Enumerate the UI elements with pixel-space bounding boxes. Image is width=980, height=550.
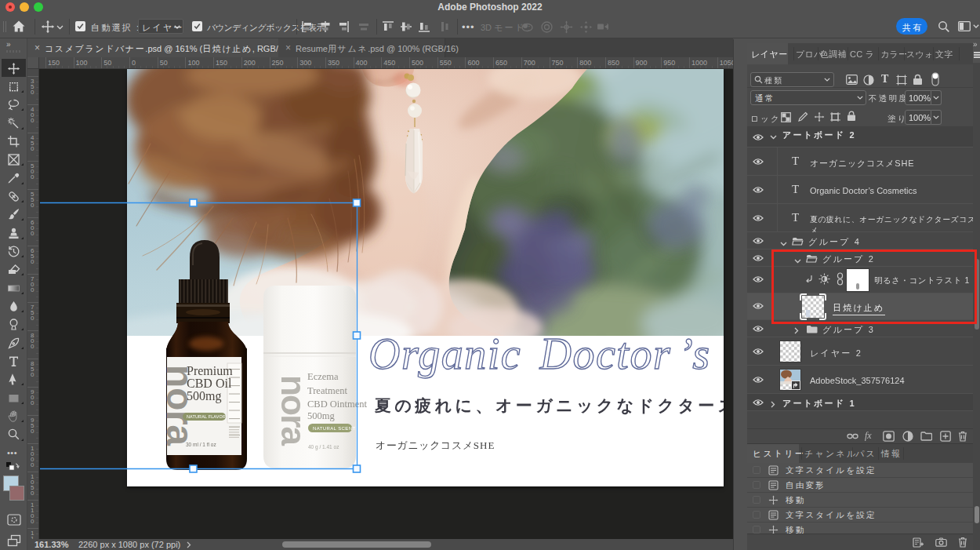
svg-text:NATURAL FLAVOR: NATURAL FLAVOR: [187, 414, 226, 419]
svg-text:30 ml / 1 fl oz: 30 ml / 1 fl oz: [186, 442, 216, 447]
svg-text:夏の疲れに、オーガニックなドクターズコスメ: 夏の疲れに、オーガニックなドクターズコスメ: [374, 396, 724, 415]
svg-text:オーガニックコスメSHE: オーガニックコスメSHE: [376, 439, 495, 451]
svg-text:Organic Doctor’s: Organic Doctor’s: [368, 330, 711, 378]
svg-text:NATURAL SCENT: NATURAL SCENT: [313, 426, 356, 431]
svg-text:CBD Ointment: CBD Ointment: [307, 399, 368, 410]
svg-text:Premium: Premium: [187, 364, 233, 377]
svg-text:500mg: 500mg: [307, 410, 335, 421]
svg-text:Treatment: Treatment: [307, 385, 347, 396]
svg-text:40 g / 1.41 oz: 40 g / 1.41 oz: [308, 444, 339, 450]
svg-text:500mg: 500mg: [187, 389, 221, 403]
svg-text:Eczema: Eczema: [307, 371, 339, 382]
svg-text:CBD Oil: CBD Oil: [187, 377, 232, 390]
